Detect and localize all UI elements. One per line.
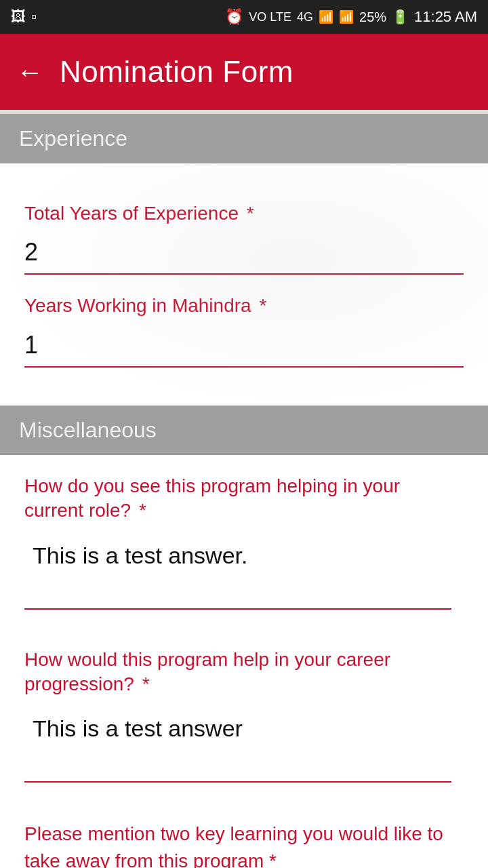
misc-section-header: Miscellaneous xyxy=(0,406,488,455)
status-bar-right: ⏰ VO LTE 4G 📶 📶 25% 🔋 11:25 AM xyxy=(225,8,477,26)
mahindra-years-field-group: Years Working in Mahindra * 1 xyxy=(24,275,464,386)
photo-icon: 🖼 xyxy=(11,8,26,26)
total-years-label: Total Years of Experience * xyxy=(24,201,464,226)
total-years-value[interactable]: 2 xyxy=(24,233,464,273)
total-years-field-group: Total Years of Experience * 2 xyxy=(24,182,464,275)
status-bar: 🖼 ▫ ⏰ VO LTE 4G 📶 📶 25% 🔋 11:25 AM xyxy=(0,0,488,34)
battery-percent: 25% xyxy=(359,9,386,25)
experience-header-text: Experience xyxy=(19,126,127,151)
career-progression-divider xyxy=(24,781,451,783)
signal-icon-2: 📶 xyxy=(339,9,354,24)
mahindra-years-label: Years Working in Mahindra * xyxy=(24,294,464,318)
current-role-label: How do you see this program helping in y… xyxy=(24,474,464,524)
current-role-required: * xyxy=(134,500,146,521)
career-progression-label: How would this program help in your care… xyxy=(24,648,464,697)
battery-icon: 🔋 xyxy=(392,9,409,25)
square-icon: ▫ xyxy=(31,8,37,26)
experience-form-area: Total Years of Experience * 2 Years Work… xyxy=(0,163,488,406)
career-progression-field-group: How would this program help in your care… xyxy=(0,629,488,776)
mahindra-years-underline xyxy=(24,366,464,368)
vo-lte-icon: VO LTE xyxy=(249,10,291,24)
alarm-icon: ⏰ xyxy=(225,8,243,26)
back-icon: ← xyxy=(16,57,43,87)
mahindra-years-value[interactable]: 1 xyxy=(24,326,464,366)
back-button[interactable]: ← xyxy=(16,57,43,87)
misc-form-area: How do you see this program helping in y… xyxy=(0,455,488,868)
time-display: 11:25 AM xyxy=(414,8,477,26)
signal-icon-1: 📶 xyxy=(319,9,333,24)
experience-section-header: Experience xyxy=(0,114,488,163)
total-years-required: * xyxy=(241,203,254,224)
misc-header-text: Miscellaneous xyxy=(19,418,157,442)
current-role-value[interactable]: This is a test answer. xyxy=(24,530,464,603)
network-4g-icon: 4G xyxy=(297,10,313,24)
mahindra-years-required: * xyxy=(254,295,267,316)
page-title: Nomination Form xyxy=(60,55,293,89)
current-role-divider xyxy=(24,608,451,610)
key-learning-label: Please mention two key learning you woul… xyxy=(0,802,488,868)
career-progression-required: * xyxy=(137,673,150,694)
key-learning-required: * xyxy=(264,850,277,868)
app-bar: ← Nomination Form xyxy=(0,34,488,110)
status-bar-left: 🖼 ▫ xyxy=(11,8,37,26)
current-role-field-group: How do you see this program helping in y… xyxy=(0,455,488,603)
career-progression-value[interactable]: This is a test answer xyxy=(24,703,464,776)
